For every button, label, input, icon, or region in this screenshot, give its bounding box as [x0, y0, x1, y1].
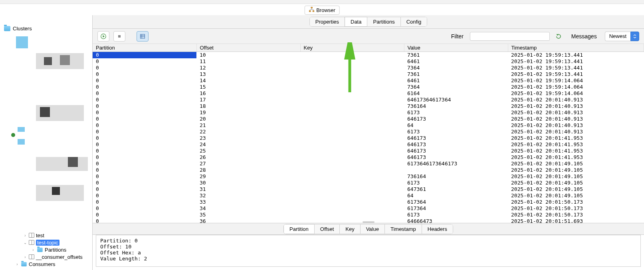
table-row[interactable]: 01073612025-01-02 19:59:13.441 [93, 52, 644, 58]
table-row[interactable]: 01573642025-01-02 19:59:14.064 [93, 84, 644, 90]
table-row[interactable]: 02261732025-01-02 20:01:40.913 [93, 129, 644, 135]
table-row[interactable]: 0346173642025-01-02 20:01:50.173 [93, 205, 644, 212]
column-header-partition[interactable]: Partition [93, 44, 196, 52]
cell-offset: 35 [196, 212, 300, 218]
folder-icon [37, 247, 43, 252]
table-row[interactable]: 0256461732025-01-02 20:01:41.953 [93, 148, 644, 154]
detail-tabs: PartitionOffsetKeyValueTimestampHeaders [93, 223, 644, 235]
tree-label: Partitions [45, 247, 66, 253]
table-row[interactable]: 03061732025-01-02 20:01:49.105 [93, 180, 644, 186]
table-row[interactable]: 01164612025-01-02 19:59:13.441 [93, 58, 644, 65]
cell-offset: 18 [196, 103, 300, 109]
tree-item-test-topic[interactable]: ⌄ test-topic [3, 239, 92, 246]
cell-partition: 0 [93, 97, 196, 103]
cell-value: 647361 [404, 186, 508, 193]
table-row[interactable]: 0336173642025-01-02 20:01:50.173 [93, 199, 644, 205]
table-row[interactable]: 01373612025-01-02 19:59:13.441 [93, 71, 644, 77]
cell-offset: 24 [196, 141, 300, 148]
cell-partition: 0 [93, 71, 196, 77]
tree-item-consumer-offsets[interactable]: › __consumer_offsets [3, 253, 92, 260]
cell-key [300, 154, 404, 161]
cell-offset: 12 [196, 65, 300, 71]
play-button[interactable] [97, 31, 109, 42]
table-row[interactable]: 032642025-01-02 20:01:49.105 [93, 193, 644, 199]
detail-tab-partition[interactable]: Partition [283, 224, 315, 234]
data-table: PartitionOffsetKeyValueTimestamp 0107361… [93, 44, 644, 223]
cell-value: 646173 [404, 135, 508, 141]
table-view-button[interactable] [137, 31, 149, 42]
table-row[interactable]: 01961732025-01-02 20:01:40.913 [93, 109, 644, 116]
table-row[interactable]: 017646173646173642025-01-02 20:01:40.913 [93, 97, 644, 103]
detail-pane[interactable]: Partition: 0 Offset: 10 Offset Hex: a Va… [96, 235, 641, 267]
table-row[interactable]: 01464612025-01-02 19:59:14.064 [93, 77, 644, 84]
cell-value: 6173 [404, 212, 508, 218]
cell-offset: 31 [196, 186, 300, 193]
filter-input[interactable] [470, 32, 550, 41]
tab-properties[interactable]: Properties [309, 17, 345, 27]
column-header-offset[interactable]: Offset [196, 44, 300, 52]
table-row[interactable]: 01661642025-01-02 19:59:14.064 [93, 90, 644, 97]
table-row[interactable]: 021642025-01-02 20:01:40.913 [93, 122, 644, 129]
table-row[interactable]: 0236461732025-01-02 20:01:41.953 [93, 135, 644, 141]
browser-pill-row: Browser [0, 4, 644, 15]
cell-offset: 22 [196, 129, 300, 135]
cell-key [300, 161, 404, 167]
cell-key [300, 52, 404, 58]
tree-item-partitions[interactable]: › Partitions [3, 246, 92, 253]
cell-partition: 0 [93, 218, 196, 223]
cell-partition: 0 [93, 103, 196, 109]
cell-value: 617364 [404, 199, 508, 205]
cell-value: 736164 [404, 173, 508, 180]
table-row[interactable]: 02761736461736461732025-01-02 20:01:49.1… [93, 161, 644, 167]
table-row[interactable]: 0187361642025-01-02 20:01:40.913 [93, 103, 644, 109]
detail-tab-offset[interactable]: Offset [314, 224, 340, 234]
cell-timestamp: 2025-01-02 20:01:41.953 [508, 141, 644, 148]
tab-partitions[interactable]: Partitions [367, 17, 400, 27]
cell-timestamp: 2025-01-02 20:01:40.913 [508, 129, 644, 135]
tab-config[interactable]: Config [400, 17, 428, 27]
refresh-button[interactable] [554, 32, 563, 41]
cell-key [300, 58, 404, 65]
folder-icon [21, 262, 27, 266]
cell-partition: 0 [93, 116, 196, 122]
tree-item-test[interactable]: › test [3, 232, 92, 239]
detail-tab-headers[interactable]: Headers [422, 224, 453, 234]
table-row[interactable]: 0297361642025-01-02 20:01:49.105 [93, 173, 644, 180]
cell-timestamp: 2025-01-02 19:59:13.441 [508, 65, 644, 71]
cell-timestamp: 2025-01-02 20:01:50.173 [508, 212, 644, 218]
cell-timestamp: 2025-01-02 19:59:13.441 [508, 52, 644, 58]
detail-tab-key[interactable]: Key [339, 224, 360, 234]
tree-item-consumers[interactable]: › Consumers [3, 260, 92, 268]
table-row[interactable]: 0206461732025-01-02 20:01:40.913 [93, 116, 644, 122]
browser-tab-button[interactable]: Browser [304, 6, 340, 15]
column-header-timestamp[interactable]: Timestamp [508, 44, 644, 52]
tree-label: __consumer_offsets [36, 254, 83, 260]
stop-button[interactable] [113, 31, 125, 42]
column-header-key[interactable]: Key [300, 44, 404, 52]
cell-partition: 0 [93, 180, 196, 186]
cell-offset: 25 [196, 148, 300, 154]
cell-timestamp: 2025-01-02 20:01:49.105 [508, 180, 644, 186]
order-dropdown[interactable]: Newest [605, 32, 639, 41]
tab-data[interactable]: Data [345, 17, 367, 27]
sidebar-root[interactable]: Clusters [0, 24, 92, 33]
sidebar: Clusters › test ⌄ [0, 15, 93, 270]
cell-timestamp: 2025-01-02 19:59:14.064 [508, 77, 644, 84]
detail-tab-timestamp[interactable]: Timestamp [384, 224, 422, 234]
table-row[interactable]: 0316473612025-01-02 20:01:49.105 [93, 186, 644, 193]
table-row[interactable]: 0266461732025-01-02 20:01:41.953 [93, 154, 644, 161]
table-row[interactable]: 0282025-01-02 20:01:49.105 [93, 167, 644, 173]
column-header-value[interactable]: Value [404, 44, 508, 52]
cell-partition: 0 [93, 167, 196, 173]
detail-tab-value[interactable]: Value [360, 224, 385, 234]
table-row[interactable]: 0246461732025-01-02 20:01:41.953 [93, 141, 644, 148]
data-table-scroll[interactable]: PartitionOffsetKeyValueTimestamp 0107361… [93, 44, 644, 223]
dropdown-arrow-icon [630, 32, 639, 41]
table-row[interactable]: 03561732025-01-02 20:01:50.173 [93, 212, 644, 218]
sidebar-root-label: Clusters [13, 26, 32, 32]
cell-value: 6461 [404, 77, 508, 84]
cell-timestamp: 2025-01-02 20:01:49.105 [508, 193, 644, 199]
cell-value: 64 [404, 122, 508, 129]
cell-key [300, 97, 404, 103]
table-row[interactable]: 01273642025-01-02 19:59:13.441 [93, 65, 644, 71]
